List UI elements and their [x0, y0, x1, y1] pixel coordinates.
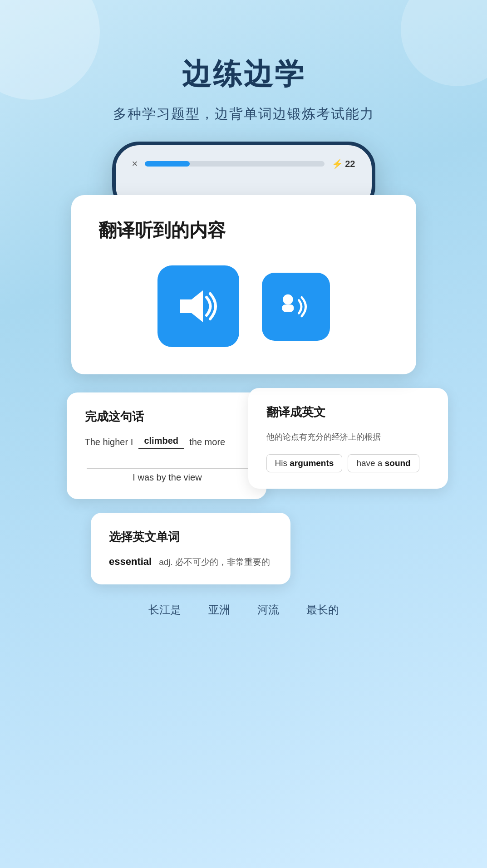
main-card: 翻译听到的内容	[71, 195, 416, 374]
close-button[interactable]: ×	[132, 158, 138, 170]
header-section: 边练边学 多种学习题型，边背单词边锻炼考试能力	[0, 0, 487, 142]
svg-rect-2	[282, 304, 294, 312]
speaker-person-icon	[278, 292, 314, 321]
bottom-row: 长江是 亚洲 河流 最长的	[0, 603, 487, 635]
chip2-prefix: have a	[356, 458, 384, 468]
svg-marker-0	[180, 290, 203, 322]
speaker-icon	[176, 288, 221, 324]
select-word-label: 选择英文单词	[109, 529, 272, 545]
chip2-word: sound	[385, 458, 411, 468]
translate-card: 翻译成英文 他的论点有充分的经济上的根据 His arguments have …	[248, 388, 448, 489]
lower-cards-wrapper: 完成这句话 The higher I climbed the more I wa…	[39, 392, 448, 499]
translate-card-label: 翻译成英文	[266, 404, 430, 420]
audio-buttons-area	[98, 265, 389, 347]
def-text: adj. 必不可少的，非常重要的	[159, 556, 270, 568]
sentence-line-1: The higher I climbed the more	[85, 436, 248, 449]
svg-point-1	[283, 294, 293, 304]
word-chips-area: His arguments have a sound	[266, 454, 430, 472]
bottom-word-4: 最长的	[306, 603, 339, 617]
word-chip-1[interactable]: His arguments	[266, 454, 343, 472]
subtitle: 多种学习题型，边背单词边锻炼考试能力	[0, 105, 487, 123]
translate-subtitle: 他的论点有充分的经济上的根据	[266, 431, 430, 443]
bottom-word-1: 长江是	[148, 603, 181, 617]
chip1-prefix: His	[275, 458, 290, 468]
main-card-title: 翻译听到的内容	[98, 218, 389, 243]
score-value: 22	[345, 159, 355, 169]
sentence-part1: The higher I	[85, 437, 133, 447]
definition-row: essential adj. 必不可少的，非常重要的	[109, 556, 272, 568]
progress-bar-container	[145, 161, 325, 167]
complete-sentence-label: 完成这句话	[85, 409, 248, 425]
speaker-person-button[interactable]	[262, 273, 330, 341]
complete-sentence-card: 完成这句话 The higher I climbed the more I wa…	[67, 392, 266, 499]
lightning-icon: ⚡	[332, 158, 343, 169]
phone-top-bar: × ⚡ 22	[125, 154, 363, 173]
chip1-word: arguments	[290, 458, 334, 468]
bottom-word-2: 亚洲	[208, 603, 230, 617]
score-area: ⚡ 22	[332, 158, 355, 169]
speaker-button[interactable]	[157, 265, 239, 347]
sentence-part2: the more	[189, 437, 225, 447]
select-word-card: 选择英文单词 essential adj. 必不可少的，非常重要的	[91, 513, 290, 584]
def-word: essential	[109, 556, 152, 568]
sentence-blank: climbed	[138, 436, 184, 449]
bottom-word-3: 河流	[257, 603, 279, 617]
main-title: 边练边学	[0, 54, 487, 94]
sentence-underline	[87, 458, 248, 469]
sentence-answer: I was by the view	[87, 472, 248, 483]
word-chip-2[interactable]: have a sound	[348, 454, 419, 472]
progress-bar-fill	[145, 161, 190, 167]
